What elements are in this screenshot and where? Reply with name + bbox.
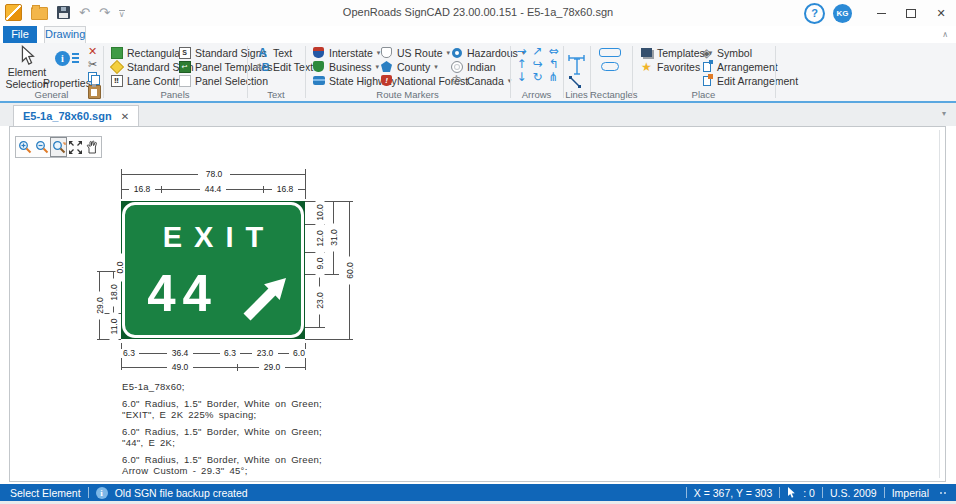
collapse-ribbon-icon[interactable]: ∧ [942,30,948,39]
dim-label: 31.0 [330,224,339,252]
standard-signs-button[interactable]: S Standard Signs [178,46,267,59]
vertical-line-icon [573,58,581,75]
dim-label: 6.3 [220,349,240,358]
text-icon: A [256,46,269,59]
quick-access-toolbar: ↶ ↷ ∨ [5,4,125,21]
sign-description: E5-1a_78x60; 6.0" Radius, 1.5" Border, W… [122,381,322,477]
interstate-button[interactable]: Interstate ▾ [312,46,380,59]
pan-button[interactable] [84,137,101,157]
dimension-line [305,339,353,340]
edit-arrangement-icon [700,74,713,87]
interstate-shield-icon [312,46,325,59]
edit-arrangement-button[interactable]: Edit Arrangement [700,74,798,87]
zoom-out-button[interactable] [33,137,50,157]
app-logo-icon[interactable] [5,4,22,21]
fit-view-button[interactable] [67,137,84,157]
indian-button[interactable]: Indian [450,60,496,73]
arrow-fork-button[interactable]: ⋔ [546,71,561,84]
item-label: Symbol [717,47,752,59]
drawing-canvas[interactable]: EXIT 44 78.0 16.8 44.4 16.8 0.0 18.0 [9,126,946,482]
view-toolbar [15,136,102,158]
scrollbar[interactable] [939,130,940,478]
dim-label: 29.0 [96,292,105,320]
minimize-button[interactable] [866,0,896,26]
dimension-line [305,169,306,199]
delete-icon: ✕ [88,45,97,58]
hazardous-icon [450,46,463,59]
sign-number-text[interactable]: 44 [136,269,222,319]
copy-icon [88,72,100,84]
tab-drawing[interactable]: Drawing [44,26,86,43]
status-divider [779,487,780,498]
item-label: Rectangular [127,47,184,59]
rectangle-button[interactable] [599,48,621,57]
sign-arrow[interactable] [237,273,291,327]
us-route-button[interactable]: US Route ▾ [380,46,450,59]
favorites-button[interactable]: ★ Favorites ▾ [640,60,708,73]
symbol-button[interactable]: ◈ Symbol [700,46,752,59]
zoom-in-button[interactable] [16,137,33,157]
rectangular-button[interactable]: Rectangular [110,46,184,59]
element-selection-button[interactable]: Element Selection [6,45,48,90]
note-line: "EXIT", E 2K 225% spacing; [122,409,322,421]
document-tab[interactable]: E5-1a_78x60.sgn ✕ [13,105,139,126]
status-bar: Select Element i Old SGN file backup cre… [0,484,956,501]
pan-hand-icon [86,140,99,154]
item-label: Edit Text [273,61,313,73]
group-label-panels: Panels [103,89,247,100]
document-tab-close-icon[interactable]: ✕ [121,111,129,122]
properties-button[interactable]: i Properties [47,47,87,89]
redo-icon[interactable]: ↷ [99,6,110,19]
dim-label: 6.0 [289,349,309,358]
save-icon[interactable] [57,6,70,19]
status-standard[interactable]: U.S. 2009 [830,487,877,499]
rounded-rectangle-button[interactable] [601,62,619,71]
text-button[interactable]: A Text [256,46,292,59]
status-units[interactable]: Imperial [892,487,929,499]
restore-button[interactable] [896,0,926,26]
dim-label: 16.8 [129,185,155,194]
panel-selection-button[interactable]: Panel Selection [178,74,268,87]
panel-selection-icon [178,74,191,87]
canada-icon: ♔ [450,74,463,87]
close-button[interactable]: ✕ [926,0,956,26]
zoom-window-button[interactable] [50,137,67,157]
canada-button[interactable]: ♔ Canada ▾ [450,74,511,87]
zoom-out-icon [35,140,49,154]
undo-icon[interactable]: ↶ [79,6,90,19]
resize-grip[interactable] [940,492,946,494]
business-button[interactable]: Business ▾ [312,60,379,73]
selection-count: : 0 [803,487,815,499]
rectangular-icon [110,46,123,59]
lane-control-button[interactable]: ‼ Lane Control [110,74,187,87]
arrangement-button[interactable]: Arrangement [700,60,778,73]
note-line: E5-1a_78x60; [122,381,322,393]
dim-label: 49.0 [167,363,193,372]
group-label-route-markers: Route Markers [305,89,510,100]
item-label: Favorites [657,61,700,73]
county-button[interactable]: County ▾ [380,60,438,73]
delete-button[interactable]: ✕ [88,45,97,58]
state-highway-icon [312,74,325,87]
dim-label: 10.0 [316,199,325,227]
item-label: Edit Arrangement [717,75,798,87]
item-label: Indian [467,61,496,73]
lane-control-icon: ‼ [110,74,123,87]
item-label: County [397,61,430,73]
help-button[interactable]: ? [804,3,825,24]
user-avatar[interactable]: KG [833,4,852,23]
customize-toolbar-icon[interactable]: ∨ [119,10,125,18]
sign-exit-text[interactable]: EXIT [121,223,305,252]
tab-file[interactable]: File [3,26,37,43]
copy-button[interactable] [88,71,100,84]
arrow-down-button[interactable]: ↓ [514,71,529,84]
arrow-uturn-button[interactable]: ↻ [530,71,545,84]
cut-button[interactable]: ✂ [88,58,97,71]
dimension-line [305,327,325,328]
tab-list-caret-icon[interactable]: ▾ [942,109,946,118]
standard-signs-icon: S [178,46,191,59]
us-route-shield-icon [380,46,393,59]
open-file-icon[interactable] [31,7,48,20]
window-controls: ? KG ✕ [804,0,956,26]
dim-label: 60.0 [346,257,355,285]
